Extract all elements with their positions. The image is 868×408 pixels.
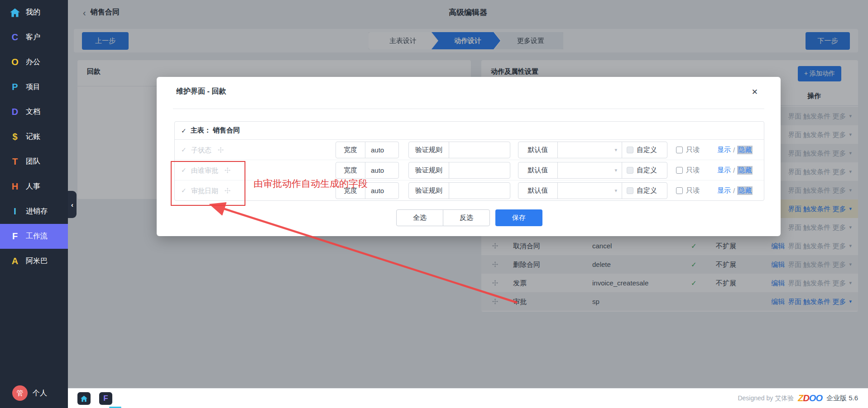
show-link[interactable]: 显示 bbox=[717, 166, 731, 175]
default-group: 默认值 ▾ 自定义 bbox=[518, 182, 667, 199]
sidebar-item-hr[interactable]: H 人事 bbox=[0, 174, 68, 199]
check-icon: ✓ bbox=[181, 127, 187, 134]
rule-input[interactable] bbox=[449, 142, 510, 158]
amoeba-icon: A bbox=[9, 256, 21, 266]
inventory-icon: I bbox=[9, 206, 21, 217]
sidebar-item-my[interactable]: 我的 bbox=[0, 0, 68, 25]
accounting-icon: $ bbox=[9, 132, 21, 142]
custom-cell[interactable]: 自定义 bbox=[622, 142, 667, 158]
rule-label: 验证规则 bbox=[409, 162, 449, 178]
custom-checkbox[interactable] bbox=[627, 147, 633, 153]
custom-cell[interactable]: 自定义 bbox=[622, 183, 667, 199]
custom-cell[interactable]: 自定义 bbox=[622, 162, 667, 178]
profile-label: 个人 bbox=[33, 389, 47, 398]
readonly-cell[interactable]: 只读 bbox=[676, 180, 700, 201]
section-header: ✓ 主表： 销售合同 bbox=[175, 122, 764, 140]
edition-label: 企业版 5.6 bbox=[826, 394, 858, 403]
show-link[interactable]: 显示 bbox=[717, 146, 731, 154]
custom-checkbox[interactable] bbox=[627, 167, 633, 174]
hide-link[interactable]: 隐藏 bbox=[737, 146, 753, 154]
rule-input[interactable] bbox=[449, 183, 510, 199]
sidebar-item-label: 工作流 bbox=[26, 232, 48, 241]
sidebar-profile[interactable]: 管 个人 bbox=[0, 382, 68, 404]
sidebar-item-doc[interactable]: D 文档 bbox=[0, 100, 68, 124]
dock-workflow-button[interactable]: F bbox=[99, 392, 112, 405]
show-hide-cell: 显示/隐藏 bbox=[717, 140, 753, 160]
app-dock: F bbox=[77, 392, 112, 405]
move-icon[interactable] bbox=[225, 167, 230, 173]
sidebar-item-label: 进销存 bbox=[26, 207, 48, 216]
readonly-label: 只读 bbox=[686, 166, 700, 175]
readonly-checkbox[interactable] bbox=[676, 147, 683, 153]
width-group: 宽度 auto bbox=[336, 142, 399, 158]
sidebar-item-label: 办公 bbox=[26, 57, 40, 67]
invert-select-button[interactable]: 反选 bbox=[443, 209, 490, 226]
hide-link[interactable]: 隐藏 bbox=[737, 166, 753, 175]
width-input[interactable]: auto bbox=[365, 142, 398, 158]
office-icon: O bbox=[9, 57, 21, 67]
sidebar-item-label: 项目 bbox=[26, 82, 40, 92]
save-button[interactable]: 保存 bbox=[495, 209, 542, 226]
width-input[interactable]: auto bbox=[365, 162, 398, 178]
sidebar-item-label: 阿米巴 bbox=[26, 256, 48, 266]
field-row-approver: ✓ 由谁审批 宽度 auto 验证规则 默认值 ▾ 自定义 只读 显示/隐藏 bbox=[175, 160, 764, 180]
default-select[interactable]: ▾ bbox=[557, 183, 622, 199]
maintain-ui-modal: 维护界面 - 回款 ✕ ✓ 主表： 销售合同 ✓ 子状态 宽度 auto 验证规… bbox=[157, 77, 781, 236]
custom-label: 自定义 bbox=[637, 186, 657, 195]
readonly-cell[interactable]: 只读 bbox=[676, 160, 700, 180]
rule-input[interactable] bbox=[449, 162, 510, 178]
close-icon[interactable]: ✕ bbox=[749, 87, 761, 97]
default-group: 默认值 ▾ 自定义 bbox=[518, 162, 667, 179]
avatar[interactable]: 管 bbox=[12, 385, 28, 401]
move-icon[interactable] bbox=[225, 188, 230, 194]
workflow-icon: F bbox=[9, 231, 21, 242]
hide-link[interactable]: 隐藏 bbox=[737, 186, 753, 195]
field-row-approval-date: ✓ 审批日期 宽度 auto 验证规则 默认值 ▾ 自定义 只读 显示/隐藏 bbox=[175, 180, 764, 201]
dock-home-button[interactable] bbox=[77, 392, 91, 405]
slash: / bbox=[733, 166, 735, 174]
readonly-label: 只读 bbox=[686, 186, 700, 195]
sidebar: 我的 C 客户 O 办公 P 项目 D 文档 $ 记账 T 团队 H 人事 bbox=[0, 0, 68, 408]
sidebar-item-project[interactable]: P 项目 bbox=[0, 75, 68, 100]
sidebar-item-label: 我的 bbox=[26, 8, 40, 17]
sidebar-item-label: 团队 bbox=[26, 157, 40, 166]
sidebar-item-workflow[interactable]: F 工作流 bbox=[0, 224, 68, 249]
sidebar-item-office[interactable]: O 办公 bbox=[0, 50, 68, 75]
sidebar-item-inventory[interactable]: I 进销存 bbox=[0, 199, 68, 224]
field-label: 审批日期 bbox=[191, 180, 218, 201]
modal-buttons: 全选 反选 保存 bbox=[396, 209, 542, 226]
sidebar-item-label: 人事 bbox=[26, 182, 40, 191]
modal-title: 维护界面 - 回款 bbox=[176, 87, 226, 96]
collapse-chevron-icon: ‹ bbox=[71, 201, 73, 209]
show-hide-cell: 显示/隐藏 bbox=[717, 180, 753, 201]
rule-group: 验证规则 bbox=[408, 162, 510, 179]
default-group: 默认值 ▾ 自定义 bbox=[518, 142, 667, 158]
select-all-button[interactable]: 全选 bbox=[396, 209, 443, 226]
sidebar-item-accounting[interactable]: $ 记账 bbox=[0, 124, 68, 149]
customer-icon: C bbox=[9, 32, 21, 43]
rule-group: 验证规则 bbox=[408, 182, 510, 199]
sidebar-item-label: 文档 bbox=[26, 107, 40, 117]
sidebar-item-customer[interactable]: C 客户 bbox=[0, 25, 68, 50]
width-input[interactable]: auto bbox=[365, 183, 398, 199]
sidebar-collapse-button[interactable]: ‹ bbox=[68, 191, 77, 218]
show-link[interactable]: 显示 bbox=[717, 186, 731, 195]
default-label: 默认值 bbox=[518, 162, 557, 178]
designed-by-label: Designed by 艾体验 bbox=[738, 394, 794, 403]
readonly-checkbox[interactable] bbox=[676, 167, 683, 174]
sidebar-item-team[interactable]: T 团队 bbox=[0, 149, 68, 174]
slash: / bbox=[733, 187, 735, 195]
readonly-cell[interactable]: 只读 bbox=[676, 140, 700, 160]
show-hide-cell: 显示/隐藏 bbox=[717, 160, 753, 180]
home-icon bbox=[80, 395, 88, 402]
custom-checkbox[interactable] bbox=[627, 187, 633, 194]
readonly-checkbox[interactable] bbox=[676, 187, 683, 194]
sidebar-item-amoeba[interactable]: A 阿米巴 bbox=[0, 249, 68, 274]
sidebar-item-label: 客户 bbox=[26, 33, 40, 42]
default-select[interactable]: ▾ bbox=[557, 142, 622, 158]
width-label: 宽度 bbox=[336, 162, 365, 178]
slash: / bbox=[733, 146, 735, 154]
default-select[interactable]: ▾ bbox=[557, 162, 622, 178]
field-label: 子状态 bbox=[191, 140, 211, 160]
move-icon[interactable] bbox=[218, 147, 224, 153]
